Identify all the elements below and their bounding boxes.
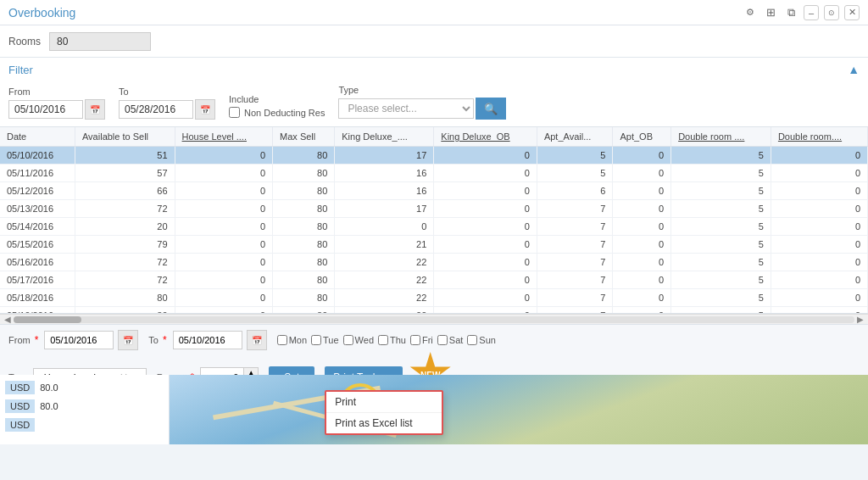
bottom-from-calendar-button[interactable]: 📅 xyxy=(118,330,138,350)
table-cell: 16 xyxy=(335,165,434,182)
table-row[interactable]: 05/10/2016510801705050 xyxy=(0,147,868,165)
table-row[interactable]: 05/15/2016790802107050 xyxy=(0,236,868,254)
table-cell: 05/15/2016 xyxy=(0,236,75,254)
table-row[interactable]: 05/16/2016720802207050 xyxy=(0,254,868,271)
table-cell: 0 xyxy=(771,200,867,218)
table-cell: 17 xyxy=(335,147,434,165)
table-cell: 80 xyxy=(273,254,335,271)
layout2-icon[interactable]: ⧉ xyxy=(783,5,798,20)
table-cell: 0 xyxy=(771,182,867,200)
table-cell: 0 xyxy=(613,271,671,289)
day-thu: Thu xyxy=(378,335,406,345)
sun-checkbox[interactable] xyxy=(467,335,477,345)
table-row[interactable]: 05/11/2016570801605050 xyxy=(0,165,868,182)
table-cell: 80 xyxy=(273,236,335,254)
filter-to-input[interactable] xyxy=(119,100,193,119)
table-cell: 5 xyxy=(671,254,771,271)
rooms-label: Rooms xyxy=(8,36,41,47)
table-cell: 6 xyxy=(537,182,613,200)
table-cell: 5 xyxy=(671,165,771,182)
col-house-level: House Level .... xyxy=(175,127,273,147)
table-cell: 0 xyxy=(434,218,537,236)
bottom-required-to: * xyxy=(163,334,167,346)
table-cell: 0 xyxy=(175,289,273,307)
print-option[interactable]: Print xyxy=(326,392,442,413)
col-max-sell: Max Sell xyxy=(273,127,335,147)
table-row[interactable]: 05/18/2016800802207050 xyxy=(0,289,868,307)
table-cell: 22 xyxy=(335,254,434,271)
filter-from-group: From 📅 xyxy=(8,87,105,120)
table-cell: 0 xyxy=(613,236,671,254)
to-calendar-button[interactable]: 📅 xyxy=(195,99,215,120)
scroll-left-arrow[interactable]: ◀ xyxy=(2,315,14,324)
type-label: Type xyxy=(338,85,506,95)
fri-checkbox[interactable] xyxy=(410,335,420,345)
layout1-icon[interactable]: ⊞ xyxy=(763,5,778,20)
tue-checkbox[interactable] xyxy=(311,335,321,345)
table-cell: 80 xyxy=(75,289,175,307)
titlebar-icons: ⚙ ⊞ ⧉ – ⊙ ✕ xyxy=(743,5,860,20)
table-cell: 0 xyxy=(175,218,273,236)
print-excel-option[interactable]: Print as Excel list xyxy=(326,413,442,433)
filter-toggle-icon[interactable]: ▲ xyxy=(848,63,860,76)
day-wed: Wed xyxy=(343,335,374,345)
gear-icon[interactable]: ⚙ xyxy=(743,5,758,20)
table-cell: 0 xyxy=(434,182,537,200)
search-button[interactable]: 🔍 xyxy=(476,98,506,120)
table-row[interactable]: 05/14/201620080007050 xyxy=(0,218,868,236)
mon-checkbox[interactable] xyxy=(277,335,287,345)
table-cell: 7 xyxy=(537,289,613,307)
table-cell: 80 xyxy=(273,182,335,200)
table-cell: 0 xyxy=(613,182,671,200)
table-row[interactable]: 05/12/2016660801606050 xyxy=(0,182,868,200)
table-cell: 0 xyxy=(175,307,273,315)
strip-currency-1: USD xyxy=(5,381,35,394)
table-cell: 80 xyxy=(273,271,335,289)
rooms-input[interactable] xyxy=(49,32,151,51)
bottom-from-group: From * 📅 xyxy=(8,330,138,350)
bottom-to-calendar-button[interactable]: 📅 xyxy=(247,330,267,350)
table-cell: 51 xyxy=(75,147,175,165)
table-cell: 05/11/2016 xyxy=(0,165,75,182)
table-cell: 7 xyxy=(537,200,613,218)
bottom-from-input[interactable] xyxy=(44,331,114,349)
table-cell: 7 xyxy=(537,307,613,315)
table-cell: 0 xyxy=(613,165,671,182)
table-row[interactable]: 05/17/2016720802207050 xyxy=(0,271,868,289)
scroll-right-arrow[interactable]: ▶ xyxy=(854,315,866,324)
wed-checkbox[interactable] xyxy=(343,335,353,345)
table-cell: 80 xyxy=(273,289,335,307)
filter-from-input[interactable] xyxy=(8,100,83,119)
table-cell: 79 xyxy=(75,236,175,254)
table-cell: 0 xyxy=(613,147,671,165)
non-deducting-checkbox[interactable] xyxy=(229,107,240,118)
col-avail: Available to Sell xyxy=(75,127,175,147)
strip-row-1: USD 80.0 xyxy=(0,378,169,397)
sat-checkbox[interactable] xyxy=(437,335,448,345)
table-cell: 0 xyxy=(613,307,671,315)
type-select[interactable]: Please select... xyxy=(338,98,474,119)
scrollbar-thumb[interactable] xyxy=(14,316,81,323)
restore-button[interactable]: ⊙ xyxy=(824,5,839,20)
close-button[interactable]: ✕ xyxy=(844,5,860,20)
table-row[interactable]: 05/19/2016800802207050 xyxy=(0,307,868,315)
filter-header: Filter ▲ xyxy=(0,58,868,81)
bottom-from-label: From xyxy=(8,335,31,345)
thu-checkbox[interactable] xyxy=(378,335,388,345)
scrollbar-track[interactable] xyxy=(14,316,854,323)
data-rows-panel: USD 80.0 USD 80.0 USD xyxy=(0,375,170,444)
table-cell: 5 xyxy=(671,307,771,315)
table-cell: 05/18/2016 xyxy=(0,289,75,307)
bottom-to-input[interactable] xyxy=(173,331,242,349)
table-cell: 7 xyxy=(537,218,613,236)
table-row[interactable]: 05/13/2016720801707050 xyxy=(0,200,868,218)
from-calendar-button[interactable]: 📅 xyxy=(85,99,105,120)
table-cell: 80 xyxy=(273,218,335,236)
strip-row-3: USD xyxy=(0,416,169,434)
table-cell: 57 xyxy=(75,165,175,182)
table-cell: 0 xyxy=(771,165,867,182)
filter-to-group: To 📅 xyxy=(119,87,215,120)
scrollbar-horizontal[interactable]: ◀ ▶ xyxy=(0,314,868,324)
col-king-deluxe-ob: King Deluxe_OB xyxy=(434,127,537,147)
minimize-button[interactable]: – xyxy=(804,5,819,20)
